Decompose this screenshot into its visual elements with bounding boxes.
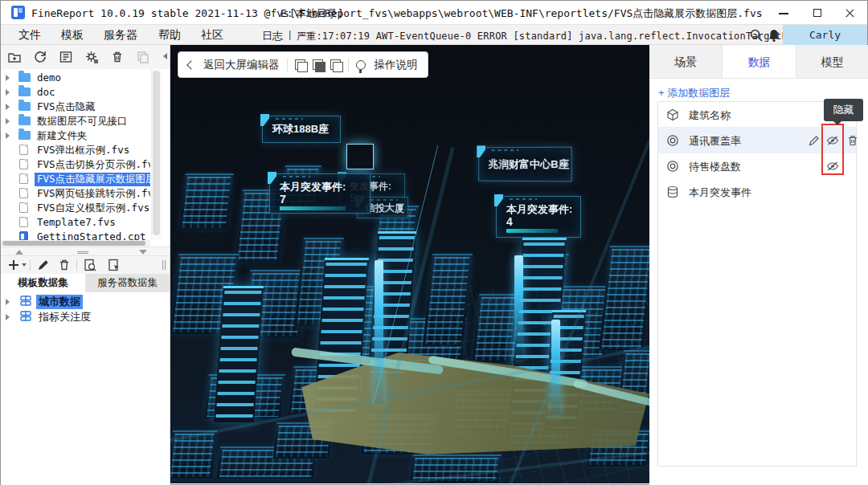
dataset-list: 城市数据 指标关注度 — [1, 292, 170, 485]
hud-label-event2[interactable]: 本月突发事件: 4 — [496, 196, 581, 238]
hide-tooltip: 隐藏 — [824, 99, 863, 121]
light-beam — [514, 255, 523, 360]
tree-item-folder[interactable]: 新建文件夹 — [1, 128, 150, 143]
new-folder-icon[interactable] — [7, 50, 22, 64]
layer-panel-tabs: 场景 数据 模型 — [649, 45, 868, 79]
folder-icon — [18, 73, 31, 82]
scene-toolbar: 返回大屏编辑器 操作说明 — [178, 51, 428, 78]
log-label[interactable]: 日志 — [262, 29, 283, 43]
bell-icon[interactable] — [767, 28, 781, 43]
back-chevron-icon[interactable] — [186, 60, 195, 69]
refresh-icon[interactable] — [33, 50, 47, 64]
caret-icon[interactable] — [6, 118, 10, 124]
caret-icon[interactable] — [6, 75, 10, 81]
panel-splitter[interactable] — [1, 247, 170, 256]
tree-item-file[interactable]: FVS自定义模型示例.fvs — [1, 201, 150, 215]
help-instructions-button[interactable]: 操作说明 — [375, 58, 418, 72]
menu-help[interactable]: 帮助 — [158, 28, 181, 43]
collapse-panel-icon[interactable] — [163, 53, 167, 59]
back-to-editor-button[interactable]: 返回大屏编辑器 — [203, 58, 280, 72]
minimize-button[interactable] — [768, 1, 800, 25]
tree-item-file[interactable]: FVS网页链接跳转示例.fvs — [1, 186, 150, 201]
cube-layer-icon — [666, 108, 679, 121]
data-layer-list: 建筑名称 通讯覆盖率 — [657, 101, 857, 467]
view-cube-icon[interactable] — [295, 59, 305, 70]
file-icon — [19, 217, 28, 227]
tab-model[interactable]: 模型 — [796, 45, 868, 78]
maximize-button[interactable] — [801, 1, 833, 25]
file-icon — [19, 159, 28, 169]
tree-item-file[interactable]: Template7.fvs — [1, 215, 150, 230]
tree-item-folder[interactable]: 数据图层不可见接口 — [1, 114, 150, 128]
red-annotation-box — [821, 124, 844, 175]
settings-gear-icon[interactable] — [84, 50, 99, 64]
tree-item-folder[interactable]: FVS点击隐藏 — [1, 100, 150, 114]
caret-icon[interactable] — [6, 299, 10, 305]
add-dataset-caret-icon[interactable] — [22, 263, 27, 267]
view-cube-filled-icon[interactable] — [313, 59, 323, 70]
copy-icon[interactable] — [136, 50, 150, 64]
tree-item-file-selected[interactable]: FVS点击隐藏展示数据图层.f — [1, 172, 150, 186]
cylinder-layer-icon — [666, 185, 679, 198]
caret-icon[interactable] — [6, 314, 10, 320]
close-button[interactable] — [833, 1, 866, 25]
caret-icon[interactable] — [6, 89, 10, 96]
hud-label-building1[interactable]: 环球188B座 — [262, 116, 341, 143]
hud-label-event1[interactable]: 本月突发事件: 7 — [269, 173, 371, 214]
file-icon — [19, 145, 28, 155]
light-beam — [551, 320, 560, 414]
scene-viewport[interactable]: 返回大屏编辑器 操作说明 环球188B座 兆润财富中心B座 突发事件: 5 本月… — [170, 45, 649, 483]
user-account-button[interactable]: Carly — [783, 25, 867, 45]
splitter-down-icon[interactable] — [139, 250, 147, 255]
splitter-up-icon[interactable] — [15, 250, 23, 255]
tree-item-folder[interactable]: demo — [1, 71, 150, 85]
hud-label-building2[interactable]: 兆润财富中心B座 — [478, 147, 572, 182]
delete-dataset-icon[interactable] — [57, 258, 72, 272]
file-icon — [19, 202, 28, 213]
menu-template[interactable]: 模板 — [61, 28, 84, 43]
cpt-file-icon — [19, 231, 28, 240]
splitter-grip-icon[interactable] — [77, 251, 88, 252]
glow-building-top — [346, 144, 374, 169]
menu-community[interactable]: 社区 — [201, 28, 223, 43]
dataset-toolbar — [1, 256, 170, 274]
panel-resize-handle[interactable] — [162, 260, 166, 270]
layer-row-monthly-events[interactable]: 本月突发事件 — [658, 179, 856, 205]
file-tree-toolbar — [1, 45, 170, 69]
tab-server-dataset[interactable]: 服务器数据集 — [85, 274, 170, 292]
add-dataset-icon[interactable] — [6, 258, 21, 272]
edit-dataset-icon[interactable] — [36, 258, 51, 272]
caret-icon[interactable] — [6, 132, 10, 139]
menu-bar: 文件 模板 服务器 帮助 社区 日志 | 严重:17:07:19 AWT-Eve… — [1, 25, 867, 45]
caret-icon[interactable] — [6, 104, 10, 110]
left-panel: demo doc FVS点击隐藏 数据图层不可见接口 新建文件夹 FVS弹出框示… — [1, 45, 170, 485]
tree-vertical-scrollbar[interactable] — [151, 69, 161, 240]
dataset-config-icon[interactable] — [107, 258, 121, 272]
edit-layer-icon[interactable] — [808, 134, 821, 147]
tree-item-folder[interactable]: doc — [1, 85, 150, 100]
dataset-item[interactable]: 指标关注度 — [1, 309, 170, 324]
bulb-icon — [356, 60, 366, 70]
window-file-path: E:\FineReport_fvs\webapps\webroot\WEB-IN… — [280, 6, 763, 21]
target-layer-icon — [666, 134, 679, 147]
file-icon — [19, 173, 28, 184]
preview-dataset-icon[interactable] — [83, 258, 97, 272]
tree-horizontal-scrollbar[interactable] — [1, 240, 150, 247]
delete-icon[interactable] — [110, 50, 125, 64]
file-tree: demo doc FVS点击隐藏 数据图层不可见接口 新建文件夹 FVS弹出框示… — [1, 69, 150, 240]
tab-template-dataset[interactable]: 模板数据集 — [1, 274, 85, 292]
add-data-layer-link[interactable]: + 添加数据图层 — [658, 86, 730, 100]
delete-layer-icon[interactable] — [846, 134, 859, 147]
menu-server[interactable]: 服务器 — [104, 28, 137, 43]
menu-file[interactable]: 文件 — [18, 28, 41, 43]
tree-item-cpt[interactable]: GettingStarted.cpt — [1, 230, 150, 240]
dataset-item-selected[interactable]: 城市数据 — [1, 294, 170, 309]
tree-item-file[interactable]: FVS点击切换分页示例.fvs — [1, 157, 150, 172]
dataset-tabs: 模板数据集 服务器数据集 — [1, 274, 170, 292]
search-icon[interactable] — [749, 28, 764, 43]
view-cube-alt-icon[interactable] — [330, 59, 341, 70]
tree-item-file[interactable]: FVS弹出框示例.fvs — [1, 143, 150, 157]
report-frame-icon[interactable] — [59, 50, 73, 64]
tab-data[interactable]: 数据 — [723, 45, 796, 78]
tab-scene[interactable]: 场景 — [649, 45, 723, 78]
